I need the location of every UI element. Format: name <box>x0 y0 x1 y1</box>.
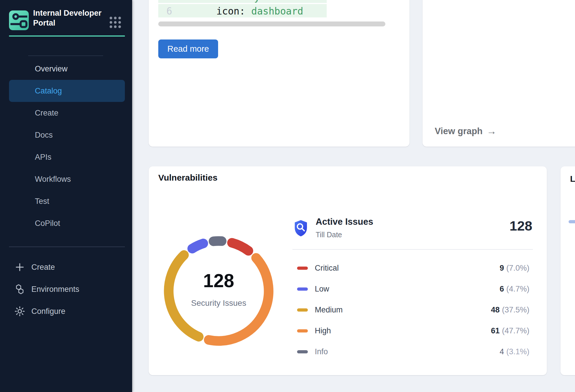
legend-label: High <box>315 326 331 335</box>
summary-subtitle: Till Date <box>316 231 373 239</box>
sidebar-item-docs[interactable]: Docs <box>9 124 125 146</box>
sidebar-item-label: Catalog <box>35 87 62 96</box>
app-title: Internal Developer Portal <box>33 8 106 28</box>
sidebar-action-label: Configure <box>31 307 65 316</box>
legend-value: 9(7.0%) <box>499 264 529 273</box>
sidebar-divider <box>9 247 125 247</box>
summary-text: Active Issues Till Date <box>316 217 373 239</box>
sidebar-item-test[interactable]: Test <box>9 190 125 212</box>
sidebar-action-configure[interactable]: Configure <box>9 300 125 322</box>
apps-grid-icon[interactable] <box>109 16 121 30</box>
summary-title: Active Issues <box>316 217 373 227</box>
card-title: Vulnerabilities <box>158 173 218 183</box>
sidebar-item-apis[interactable]: APIs <box>9 146 125 168</box>
sidebar-item-catalog[interactable]: Catalog <box>9 80 125 102</box>
legend-label: Info <box>315 347 328 356</box>
legend-label: Critical <box>315 264 339 273</box>
legend-color-pill <box>297 267 308 270</box>
sidebar: Internal Developer Portal Overview Catal… <box>0 0 132 392</box>
code-line-partial: y <box>158 0 327 3</box>
app-logo-icon <box>9 10 29 30</box>
shield-search-icon <box>294 220 308 238</box>
sidebar-divider <box>28 55 103 56</box>
legend-color-pill <box>297 350 308 353</box>
legend-row-info: Info 4(3.1%) <box>292 341 533 362</box>
summary-value: 128 <box>510 218 533 234</box>
security-issues-donut-chart: 128 Security Issues <box>160 233 277 349</box>
code-fragment: y <box>254 0 260 3</box>
sidebar-item-create[interactable]: Create <box>9 102 125 124</box>
yaml-value: dashboard <box>251 6 303 17</box>
hexagons-icon <box>15 284 25 294</box>
yaml-key: icon: <box>216 6 245 17</box>
donut-total-label: Security Issues <box>191 299 246 308</box>
legend-value: 61(47.7%) <box>491 326 529 335</box>
donut-total: 128 <box>203 270 234 292</box>
sidebar-nav: Overview Catalog Create Docs APIs Workfl… <box>9 58 125 234</box>
sidebar-item-label: Create <box>35 109 58 118</box>
legend-row-medium: Medium 48(37.5%) <box>292 299 533 320</box>
sidebar-item-label: Docs <box>35 131 53 140</box>
legend-row-low: Low 6(4.7%) <box>292 278 533 299</box>
legend-color-pill <box>297 287 308 291</box>
sidebar-item-label: CoPilot <box>35 219 60 228</box>
sidebar-action-create[interactable]: Create <box>9 256 125 278</box>
legend-value: 6(4.7%) <box>499 285 529 294</box>
legend-row-critical: Critical 9(7.0%) <box>292 258 533 278</box>
legend-color-pill <box>297 329 308 332</box>
gear-icon <box>15 306 25 317</box>
graph-card: View graph → <box>423 0 575 147</box>
legend-value: 4(3.1%) <box>499 347 529 356</box>
code-text: icon:dashboard <box>216 6 303 17</box>
legend-label: Low <box>315 285 329 294</box>
vulnerabilities-card: Vulnerabilities 128 Security Issues <box>149 166 547 375</box>
legend-color-pill <box>297 308 308 312</box>
horizontal-scrollbar[interactable] <box>158 21 385 26</box>
sidebar-action-label: Create <box>31 263 55 272</box>
code-line: 6 icon:dashboard <box>158 4 327 17</box>
line-number: 6 <box>166 6 172 17</box>
sidebar-item-label: Overview <box>35 64 68 73</box>
partial-card-title: L <box>570 174 575 184</box>
vulnerabilities-detail-panel: Active Issues Till Date 128 Critical 9(7… <box>292 217 533 239</box>
severity-legend: Critical 9(7.0%) Low 6(4.7%) Medium 48(3… <box>292 258 533 362</box>
sidebar-actions: Create Environments Configu <box>9 256 125 322</box>
panel-divider <box>292 249 533 250</box>
sidebar-action-label: Environments <box>31 285 79 294</box>
arrow-right-icon: → <box>487 125 497 137</box>
donut-center: 128 Security Issues <box>160 233 277 349</box>
sidebar-item-label: APIs <box>35 153 51 162</box>
view-graph-label: View graph <box>435 126 483 136</box>
legend-value: 48(37.5%) <box>491 305 529 314</box>
sidebar-item-label: Workflows <box>35 175 71 184</box>
sidebar-item-overview[interactable]: Overview <box>9 58 125 80</box>
partial-bar-chart-fragment <box>569 220 575 223</box>
read-more-button[interactable]: Read more <box>158 39 218 58</box>
plus-icon <box>15 262 25 272</box>
sidebar-item-label: Test <box>35 197 49 206</box>
legend-label: Medium <box>315 305 343 314</box>
active-issues-summary: Active Issues Till Date 128 <box>292 217 533 239</box>
sidebar-item-copilot[interactable]: CoPilot <box>9 212 125 234</box>
code-card: y 6 icon:dashboard Read more <box>149 0 409 147</box>
partial-card: L <box>560 166 575 375</box>
sidebar-item-workflows[interactable]: Workflows <box>9 168 125 190</box>
sidebar-action-environments[interactable]: Environments <box>9 278 125 300</box>
view-graph-link[interactable]: View graph → <box>435 125 497 137</box>
legend-row-high: High 61(47.7%) <box>292 320 533 341</box>
sidebar-accent-rule <box>9 35 125 37</box>
